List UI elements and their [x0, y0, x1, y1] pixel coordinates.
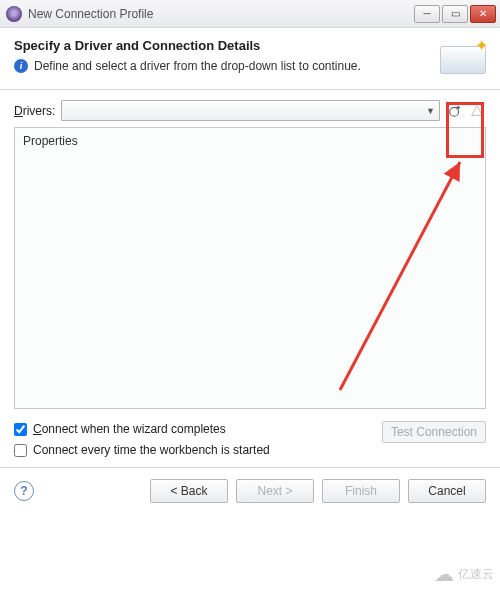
cloud-icon: ☁	[434, 562, 454, 586]
page-description: Define and select a driver from the drop…	[34, 59, 361, 73]
help-icon[interactable]: ?	[14, 481, 34, 501]
back-button[interactable]: < Back	[150, 479, 228, 503]
properties-panel: Properties	[14, 127, 486, 409]
wizard-banner-icon: ✦	[434, 38, 486, 74]
wizard-footer: ? < Back Next > Finish Cancel	[0, 468, 500, 514]
connect-on-complete-row[interactable]: Connect when the wizard completes	[14, 422, 226, 436]
page-description-row: i Define and select a driver from the dr…	[14, 59, 486, 73]
drivers-row: Drivers: ▼	[14, 100, 486, 121]
eclipse-icon	[6, 6, 22, 22]
cancel-button[interactable]: Cancel	[408, 479, 486, 503]
wizard-header: Specify a Driver and Connection Details …	[0, 28, 500, 81]
maximize-button[interactable]: ▭	[442, 5, 468, 23]
connect-every-start-label: Connect every time the workbench is star…	[33, 443, 270, 457]
watermark-text: 亿速云	[458, 566, 494, 583]
titlebar: New Connection Profile ─ ▭ ✕	[0, 0, 500, 28]
drivers-label: Drivers:	[14, 104, 55, 118]
test-connection-button: Test Connection	[382, 421, 486, 443]
drivers-dropdown[interactable]: ▼	[61, 100, 440, 121]
close-button[interactable]: ✕	[470, 5, 496, 23]
finish-button: Finish	[322, 479, 400, 503]
window-title: New Connection Profile	[28, 7, 414, 21]
edit-driver-icon	[468, 102, 486, 120]
next-button: Next >	[236, 479, 314, 503]
svg-point-0	[450, 107, 459, 116]
content-area: Drivers: ▼ Properties Connect when the w…	[0, 90, 500, 457]
minimize-button[interactable]: ─	[414, 5, 440, 23]
connect-on-complete-checkbox[interactable]	[14, 423, 27, 436]
watermark: ☁ 亿速云	[434, 562, 494, 586]
connect-on-complete-label: Connect when the wizard completes	[33, 422, 226, 436]
driver-tool-icons	[446, 102, 486, 120]
properties-label: Properties	[15, 128, 485, 154]
connect-every-start-row[interactable]: Connect every time the workbench is star…	[14, 443, 486, 457]
page-heading: Specify a Driver and Connection Details	[14, 38, 486, 53]
chevron-down-icon: ▼	[426, 106, 435, 116]
info-icon: i	[14, 59, 28, 73]
window-controls: ─ ▭ ✕	[414, 5, 496, 23]
connect-every-start-checkbox[interactable]	[14, 444, 27, 457]
new-driver-icon[interactable]	[446, 102, 464, 120]
connection-options: Connect when the wizard completes Test C…	[14, 421, 486, 457]
